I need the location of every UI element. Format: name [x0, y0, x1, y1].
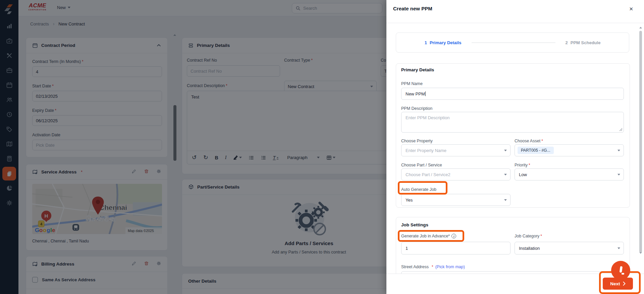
- drawer-primary-heading: Primary Details: [401, 67, 434, 72]
- job-category-value: Installation: [519, 246, 540, 251]
- step-primary-details[interactable]: 1 Primary Details: [425, 40, 462, 45]
- scroll-down-icon[interactable]: [639, 252, 642, 254]
- choose-part-select[interactable]: Choose Part / Service2: [401, 168, 511, 180]
- choose-property-placeholder: Enter Property Name: [406, 148, 446, 153]
- job-settings-heading: Job Settings: [401, 222, 428, 227]
- pick-from-map-link[interactable]: (Pick from map): [435, 265, 465, 269]
- drawer-primary-card: [396, 63, 630, 208]
- text-cursor: [425, 91, 426, 96]
- asset-chip[interactable]: PART005 - #G...: [518, 147, 554, 154]
- step-connector: [472, 43, 555, 43]
- chat-bubble-icon[interactable]: [611, 261, 630, 280]
- scroll-up-icon[interactable]: [639, 27, 642, 28]
- priority-label: Priority: [515, 163, 528, 167]
- chevron-down-icon: [618, 150, 620, 151]
- step-number: 2: [566, 40, 568, 45]
- divider: [386, 23, 644, 23]
- step-ppm-schedule[interactable]: 2 PPM Schedule: [566, 40, 601, 45]
- choose-property-select[interactable]: Enter Property Name: [401, 144, 511, 156]
- info-glyph: i: [453, 234, 454, 238]
- auto-generate-job-label: Auto Generate Job: [401, 187, 436, 192]
- street-address-label: Street Address* (Pick from map): [401, 265, 465, 269]
- generate-advance-text: Generate Job in Advance*: [401, 234, 450, 238]
- stepper: 1 Primary Details 2 PPM Schedule: [396, 32, 629, 53]
- job-category-select[interactable]: Installation: [515, 242, 624, 254]
- generate-advance-label: Generate Job in Advance* i: [401, 234, 456, 238]
- ppm-description-textarea[interactable]: Enter PPM Description: [401, 112, 624, 133]
- required-mark: *: [432, 265, 433, 269]
- ppm-name-label: PPM Name: [401, 81, 423, 86]
- resize-handle-icon[interactable]: [619, 128, 623, 131]
- ppm-name-value: New PPM: [406, 91, 425, 96]
- street-address-text: Street Address: [401, 265, 429, 269]
- next-button-label: Next: [610, 281, 620, 286]
- choose-part-label: Choose Part / Service: [401, 163, 442, 167]
- priority-value: Low: [519, 172, 527, 177]
- required-mark: *: [529, 163, 530, 167]
- drawer-title: Create new PPM: [393, 6, 432, 11]
- step-label: PPM Schedule: [571, 40, 601, 45]
- auto-generate-job-select[interactable]: Yes: [401, 194, 511, 206]
- auto-generate-job-value: Yes: [406, 198, 413, 203]
- choose-asset-select[interactable]: PART005 - #G...: [515, 144, 624, 156]
- chevron-down-icon: [618, 174, 620, 175]
- step-number: 1: [425, 40, 427, 45]
- chevron-down-icon: [504, 199, 507, 201]
- chevron-right-icon: [623, 282, 626, 286]
- required-mark: *: [541, 139, 543, 143]
- choose-asset-label: Choose Asset: [515, 139, 540, 143]
- required-mark: *: [540, 234, 542, 238]
- app-window: ACME CORPORATION New Search Contracts › …: [0, 0, 644, 294]
- choose-property-label: Choose Property: [401, 139, 433, 143]
- drawer-scrollbar-thumb[interactable]: [639, 31, 642, 252]
- drawer-scrollbar[interactable]: [639, 25, 643, 273]
- choose-part-placeholder: Choose Part / Service2: [406, 172, 450, 177]
- job-category-label: Job Category: [515, 234, 539, 238]
- create-ppm-drawer: Create new PPM ✕ 1 Primary Details 2 PPM…: [386, 0, 644, 294]
- close-icon[interactable]: ✕: [629, 6, 633, 12]
- ppm-description-placeholder: Enter PPM Description: [406, 115, 450, 120]
- chevron-down-icon: [504, 174, 507, 175]
- priority-select[interactable]: Low: [515, 168, 624, 180]
- step-label: Primary Details: [430, 40, 462, 45]
- info-icon[interactable]: i: [451, 234, 456, 238]
- ppm-name-input[interactable]: New PPM: [401, 88, 624, 100]
- ppm-description-label: PPM Description: [401, 106, 432, 111]
- modal-backdrop[interactable]: [0, 0, 386, 294]
- generate-advance-value: 1: [406, 246, 408, 251]
- chevron-down-icon: [504, 150, 507, 151]
- generate-advance-input[interactable]: 1: [401, 242, 511, 254]
- chevron-down-icon: [618, 247, 620, 249]
